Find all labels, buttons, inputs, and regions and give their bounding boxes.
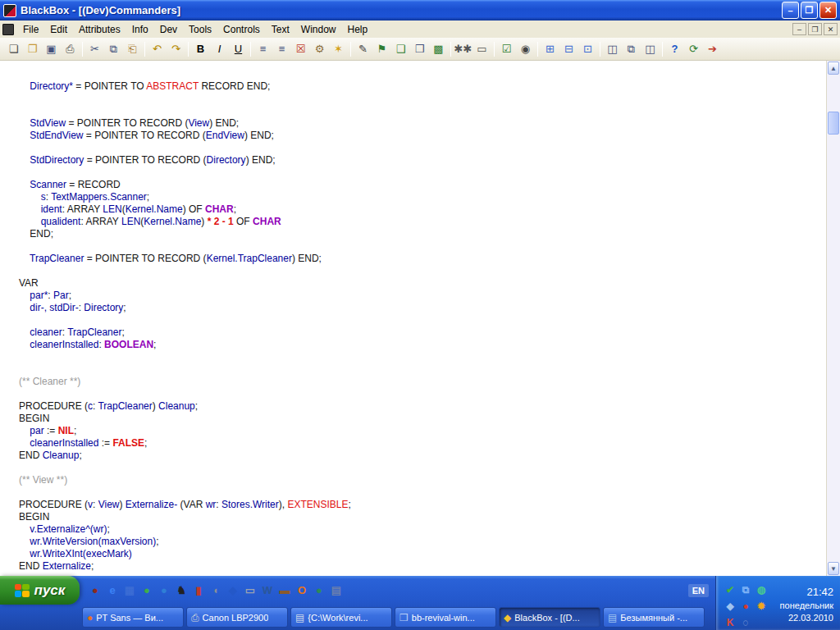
menu-item-tools[interactable]: Tools <box>183 22 217 37</box>
close-button[interactable]: ✕ <box>819 2 837 19</box>
grid-icon[interactable]: ⊞ <box>541 39 559 58</box>
code-line[interactable] <box>19 265 826 277</box>
italic-icon[interactable]: I <box>210 39 229 58</box>
code-line[interactable]: END; <box>19 228 826 240</box>
chess-icon[interactable]: ♞ <box>174 583 189 598</box>
print-icon[interactable]: ⎙ <box>61 39 80 58</box>
code-line[interactable] <box>19 167 826 179</box>
code-line[interactable] <box>19 240 826 253</box>
code-line[interactable]: PROCEDURE (v: View) Externalize- (VAR wr… <box>19 499 826 511</box>
table-columns-icon[interactable]: ⊡ <box>578 39 597 58</box>
skype-icon[interactable]: ● <box>157 583 171 598</box>
code-line[interactable]: Scanner = RECORD <box>19 179 826 191</box>
code-line[interactable]: Directory* = POINTER TO ABSTRACT RECORD … <box>19 80 826 93</box>
scrollbar-thumb[interactable] <box>828 112 839 135</box>
code-line[interactable]: qualident: ARRAY LEN(Kernel.Name) * 2 - … <box>19 216 826 228</box>
menu-item-dev[interactable]: Dev <box>154 22 183 37</box>
code-line[interactable]: BEGIN <box>19 413 826 425</box>
code-line[interactable]: cleanerInstalled: BOOLEAN; <box>19 339 826 351</box>
code-line[interactable]: dir-, stdDir-: Directory; <box>19 302 826 314</box>
compile-gear-icon[interactable]: ⚙ <box>310 39 329 58</box>
tray-network-icon[interactable]: ◍ <box>754 582 769 597</box>
code-line[interactable]: StdView = POINTER TO RECORD (View) END; <box>19 117 826 130</box>
code-line[interactable] <box>19 462 826 474</box>
tray-update-icon[interactable]: ✹ <box>754 598 769 614</box>
text-field-icon[interactable]: ▭ <box>472 39 491 58</box>
opera-icon[interactable]: O <box>294 583 309 598</box>
menu-item-text[interactable]: Text <box>266 22 295 37</box>
language-indicator[interactable]: EN <box>688 584 709 597</box>
folder-icon[interactable]: ▤ <box>329 583 344 598</box>
duplicate-window-icon[interactable]: ⧉ <box>622 39 641 58</box>
winamp-icon[interactable]: ▮ <box>191 583 206 598</box>
underline-icon[interactable]: U <box>229 39 248 58</box>
icq-icon[interactable]: ● <box>139 583 154 598</box>
table-icon[interactable]: ⊟ <box>559 39 578 58</box>
mdi-close-button[interactable]: ✕ <box>824 23 838 35</box>
exit-door-icon[interactable]: ➔ <box>703 39 722 58</box>
volume-mixer-icon[interactable]: ◖ <box>208 583 223 598</box>
radio-button-icon[interactable]: ◉ <box>516 39 535 58</box>
tray-kaspersky-icon[interactable]: K <box>723 614 737 630</box>
mdi-minimize-button[interactable]: – <box>792 23 806 35</box>
menu-item-controls[interactable]: Controls <box>217 22 266 37</box>
code-line[interactable] <box>19 142 826 154</box>
menu-item-file[interactable]: File <box>17 22 44 37</box>
align-right-icon[interactable]: ≡ <box>272 39 291 58</box>
edit-pencil-icon[interactable]: ✎ <box>354 39 372 58</box>
code-line[interactable]: PROCEDURE (c: TrapCleaner) Cleanup; <box>19 400 826 413</box>
maximize-button[interactable]: ❐ <box>801 2 818 19</box>
code-line[interactable]: (** View **) <box>19 474 826 486</box>
horn-icon[interactable]: ✶ <box>329 39 348 58</box>
task-pt-sans[interactable]: ●PT Sans — Ви... <box>82 607 184 628</box>
mdi-restore-button[interactable]: ❐ <box>808 23 822 35</box>
align-left-icon[interactable]: ≡ <box>253 39 272 58</box>
code-line[interactable]: ident: ARRAY LEN(Kernel.Name) OF CHAR; <box>19 203 826 216</box>
copy-icon[interactable]: ⧉ <box>104 39 123 58</box>
antivirus-icon[interactable]: ● <box>312 583 326 598</box>
task-blackbox[interactable]: ◆BlackBox - [(D... <box>499 607 600 628</box>
usb-drive-icon[interactable]: ▭ <box>243 583 258 598</box>
tray-client-icon[interactable]: ◆ <box>723 598 737 614</box>
word-icon[interactable]: W <box>260 583 275 598</box>
tray-display-icon[interactable]: ⧉ <box>738 582 753 597</box>
task-notepad[interactable]: ▤Безымянный -... <box>603 607 705 628</box>
scroll-down-button[interactable]: ▼ <box>828 562 839 575</box>
code-line[interactable]: TrapCleaner = POINTER TO RECORD (Kernel.… <box>19 253 826 265</box>
code-line[interactable] <box>19 93 826 105</box>
tray-misc-icon[interactable]: ◌ <box>738 614 753 630</box>
minimize-button[interactable]: – <box>782 2 799 19</box>
undo-icon[interactable]: ↶ <box>148 39 167 58</box>
menu-item-help[interactable]: Help <box>342 22 374 37</box>
password-field-icon[interactable]: ✱✱ <box>454 39 472 58</box>
task-canon-printer[interactable]: ⎙Canon LBP2900 <box>186 607 288 628</box>
document-icon[interactable]: ❒ <box>410 39 429 58</box>
code-line[interactable] <box>19 351 826 363</box>
code-line[interactable]: wr.WriteVersion(maxVersion); <box>19 536 826 548</box>
code-line[interactable]: VAR <box>19 277 826 290</box>
msn-icon[interactable]: ◆ <box>226 583 240 598</box>
code-line[interactable] <box>19 388 826 400</box>
task-explorer-work[interactable]: ▤{C:\Work\revi... <box>290 607 392 628</box>
spelling-icon[interactable]: ☒ <box>291 39 310 58</box>
open-folder-icon[interactable]: ❐ <box>23 39 42 58</box>
task-bb-revival[interactable]: ❒bb-revival-win... <box>395 607 496 628</box>
code-line[interactable]: s: TextMappers.Scanner; <box>19 191 826 203</box>
code-line[interactable]: cleaner: TrapCleaner; <box>19 326 826 339</box>
split-window-icon[interactable]: ◫ <box>641 39 660 58</box>
tray-agent-icon[interactable]: ✔ <box>723 582 737 597</box>
menu-item-window[interactable]: Window <box>295 22 342 37</box>
insert-comment-icon[interactable]: ⚑ <box>372 39 391 58</box>
code-line[interactable]: par*: Par; <box>19 290 826 302</box>
tray-guard-icon[interactable]: ● <box>738 598 753 614</box>
code-area[interactable]: Directory* = POINTER TO ABSTRACT RECORD … <box>0 61 826 576</box>
menu-item-attributes[interactable]: Attributes <box>73 22 126 37</box>
paste-icon[interactable]: ⎗ <box>123 39 142 58</box>
code-line[interactable] <box>19 105 826 117</box>
wallet-icon[interactable]: ▬ <box>277 583 292 598</box>
media-player-icon[interactable]: ● <box>88 583 103 598</box>
code-line[interactable]: v.Externalize^(wr); <box>19 523 826 536</box>
code-line[interactable] <box>19 363 826 376</box>
refresh-icon[interactable]: ⟳ <box>684 39 703 58</box>
redo-icon[interactable]: ↷ <box>167 39 185 58</box>
